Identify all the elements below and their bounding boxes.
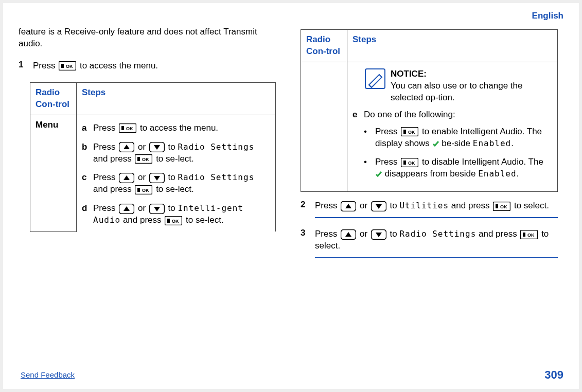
substep-a: a Press OK to access the menu. — [82, 122, 270, 134]
s2-to: to — [390, 201, 400, 210]
bullet-dot: • — [364, 126, 375, 150]
step-1-text-b: to access the menu. — [80, 61, 158, 70]
svg-text:OK: OK — [142, 157, 149, 162]
page-number: 309 — [544, 367, 563, 383]
s3-and: and press — [479, 229, 519, 239]
step-3-number: 3 — [301, 227, 315, 262]
s2-post: to select. — [514, 201, 549, 210]
b2-post: disappears from beside — [385, 169, 478, 179]
substep-b: b Press or to Radio Settings and press — [82, 141, 270, 165]
svg-rect-31 — [403, 130, 406, 134]
down-button-icon — [149, 173, 165, 183]
notice-text: NOTICE: You can also use or to change th… — [391, 68, 552, 104]
s3-mid: or — [360, 229, 370, 239]
step-1-number: 1 — [19, 59, 33, 77]
up-button-icon — [119, 173, 134, 183]
b-to: to — [168, 142, 178, 152]
footer: Send Feedback 309 — [21, 367, 563, 383]
substep-c-body: Press or to Radio Settings and press OK … — [93, 172, 270, 195]
check-icon — [432, 140, 439, 147]
step-2-text: Press or to Utilities and press OK to se… — [315, 200, 558, 212]
step-2-number: 2 — [301, 199, 315, 222]
ok-button-icon: OK — [119, 123, 136, 133]
ok-button-icon: OK — [135, 185, 152, 194]
b2-mid: to disable Intelligent Audio. The — [422, 157, 543, 167]
substep-b-label: b — [82, 141, 93, 165]
notice-icon — [365, 68, 385, 104]
svg-rect-48 — [523, 233, 525, 237]
svg-text:OK: OK — [126, 126, 133, 131]
table-hdr-radio-control: Radio Con-trol — [30, 82, 77, 115]
ok-button-icon: OK — [59, 61, 76, 70]
substep-a-label: a — [82, 122, 93, 134]
svg-text:OK: OK — [500, 204, 507, 209]
table-cell-menu: Menu — [30, 115, 77, 231]
step-1: 1 Press OK to access the menu. — [19, 59, 276, 77]
up-button-icon — [341, 201, 356, 211]
ok-button-icon: OK — [165, 216, 182, 225]
step-1-text-a: Press — [33, 61, 58, 70]
substep-e: e Do one of the following: — [352, 109, 552, 121]
substeps: a Press OK to access the menu. b — [82, 122, 270, 227]
substep-d-label: d — [82, 203, 93, 226]
column-left: feature is a Receive-only feature and do… — [19, 26, 276, 268]
up-button-icon — [119, 142, 134, 152]
a-pre: Press — [93, 123, 118, 133]
bullet-disable: • Press OK to disable Intelligent Audio.… — [364, 156, 552, 180]
step-3-text: Press or to Radio Settings and press OK … — [315, 228, 558, 252]
b-and: and press — [93, 154, 134, 164]
divider — [315, 217, 558, 218]
b-mid: or — [138, 142, 148, 152]
substep-d: d Press or to Intelli-gent Audio and pre… — [82, 203, 270, 226]
table-cell-empty — [301, 62, 347, 192]
notice-block: NOTICE: You can also use or to change th… — [365, 68, 552, 104]
ok-button-icon: OK — [520, 230, 538, 239]
step-1-text: Press OK to access the menu. — [33, 60, 276, 72]
table-cell-steps: NOTICE: You can also use or to change th… — [347, 62, 558, 192]
substep-c-label: c — [82, 172, 93, 195]
svg-rect-18 — [137, 188, 140, 192]
s3-to: to — [390, 229, 400, 239]
s3-pre: Press — [315, 229, 340, 239]
table-hdr-steps: Steps — [347, 29, 558, 62]
bullet-disable-body: Press OK to disable Intelligent Audio. T… — [375, 156, 552, 180]
substep-d-body: Press or to Intelli-gent Audio and press… — [93, 203, 270, 226]
step-3: 3 Press or to Radio Settings and press O… — [301, 227, 558, 262]
menu-label: Menu — [36, 120, 58, 130]
d-to: to — [168, 203, 178, 213]
svg-rect-25 — [167, 219, 170, 223]
substep-e-label: e — [352, 109, 364, 121]
ok-button-icon: OK — [493, 202, 510, 211]
page: English feature is a Receive-only featur… — [3, 3, 579, 389]
up-button-icon — [119, 204, 134, 214]
substep-b-body: Press or to Radio Settings and press OK … — [93, 141, 270, 165]
svg-rect-11 — [137, 157, 140, 161]
b-pre: Press — [93, 142, 118, 152]
b-rs: Radio Settings — [178, 142, 254, 152]
radio-control-table-left: Radio Con-trol Steps Menu a Press OK — [30, 82, 276, 232]
s2-pre: Press — [315, 201, 340, 210]
table-hdr-radio-control: Radio Con-trol — [301, 29, 347, 62]
bullets: • Press OK to enable Intelligent Audio. … — [364, 126, 552, 181]
step-2: 2 Press or to Utilities and press OK to … — [301, 199, 558, 222]
svg-rect-1 — [61, 64, 64, 68]
svg-rect-41 — [496, 204, 498, 208]
send-feedback-link[interactable]: Send Feedback — [21, 370, 75, 380]
d-pre: Press — [93, 203, 118, 213]
bullet-dot: • — [364, 156, 375, 180]
d-mid: or — [138, 203, 148, 213]
s2-util: Utilities — [399, 201, 449, 210]
b2-dot: . — [517, 169, 519, 179]
c-mid: or — [138, 172, 148, 182]
b2-enabled: Enabled — [478, 169, 516, 179]
s2-mid: or — [360, 201, 370, 210]
c-pre: Press — [93, 172, 118, 182]
table-hdr-steps: Steps — [77, 82, 276, 115]
b1-enabled: Enabled — [473, 138, 511, 148]
substep-c: c Press or to Radio Settings and press — [82, 172, 270, 195]
b1-pre: Press — [375, 127, 400, 136]
ok-button-icon: OK — [401, 127, 418, 136]
down-button-icon — [149, 204, 165, 214]
s3-rs: Radio Settings — [399, 229, 476, 239]
columns: feature is a Receive-only feature and do… — [19, 26, 563, 268]
